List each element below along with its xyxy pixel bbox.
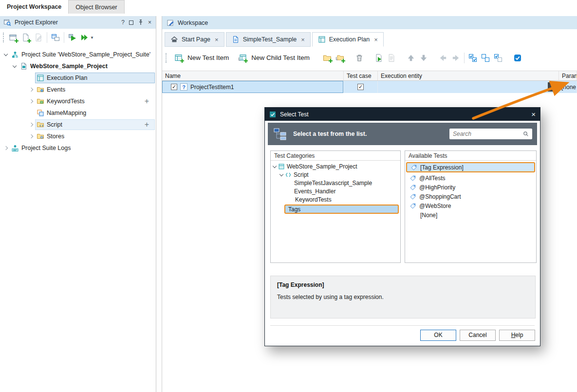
- run-selected-button[interactable]: [372, 51, 385, 65]
- maximize-icon[interactable]: [129, 20, 133, 25]
- add-project-item-button[interactable]: [19, 31, 32, 44]
- plus-badge-icon: [243, 58, 248, 63]
- available-test-webstore[interactable]: @WebStore: [405, 201, 536, 210]
- new-test-item-button[interactable]: New Test Item: [169, 50, 233, 66]
- toolbar-grip[interactable]: [3, 33, 4, 42]
- move-left-button[interactable]: [437, 51, 449, 65]
- chevron-right-icon[interactable]: [29, 88, 33, 92]
- doc-tab-execution-plan[interactable]: Execution Plan ×: [312, 32, 384, 47]
- available-test-shoppingcart[interactable]: @ShoppingCart: [405, 192, 536, 201]
- available-test-tag-expression[interactable]: [Tag Expression]: [406, 162, 535, 172]
- search-input[interactable]: [453, 131, 521, 137]
- run-project-suite-icon: [80, 33, 89, 42]
- tree-item-script[interactable]: Script +: [0, 119, 156, 131]
- tab-project-workspace[interactable]: Project Workspace: [0, 0, 68, 14]
- tree-item-project[interactable]: WebStore_Sample_Project: [0, 60, 156, 72]
- category-label: Tags: [288, 206, 300, 213]
- test-case-checkbox[interactable]: ✓: [357, 84, 364, 90]
- add-keywordtest-button[interactable]: +: [145, 97, 152, 105]
- new-child-folder-button[interactable]: [334, 51, 346, 65]
- move-down-button[interactable]: [417, 51, 430, 65]
- close-icon[interactable]: ×: [531, 111, 536, 118]
- move-right-icon: [451, 54, 460, 62]
- new-child-test-item-button[interactable]: New Child Test Item: [233, 50, 314, 66]
- chevron-right-icon[interactable]: [4, 146, 8, 150]
- test-item-row[interactable]: ✓ ? ProjectTestItem1 ✓ … [none: [162, 81, 577, 93]
- tree-item-label: Execution Plan: [47, 75, 87, 81]
- close-tab-icon[interactable]: ×: [374, 36, 378, 43]
- run-project-button[interactable]: [66, 31, 79, 44]
- doc-tab-start-page[interactable]: Start Page ×: [165, 32, 224, 47]
- category-item-events-handler[interactable]: Events_Handler: [271, 187, 400, 195]
- chevron-down-icon[interactable]: [4, 52, 8, 56]
- uncheck-all-button[interactable]: [479, 51, 492, 65]
- help-button[interactable]: Help: [499, 330, 535, 341]
- category-item-script[interactable]: Script: [271, 170, 400, 179]
- document-tab-bar: Start Page × SimpleTest_Sample × Executi…: [162, 32, 577, 47]
- close-tab-icon[interactable]: ×: [215, 36, 219, 43]
- namemapping-icon: [37, 109, 44, 117]
- tree-item-label: KeywordTests: [47, 98, 85, 105]
- available-test-highpriority[interactable]: @HighPriority: [405, 183, 536, 192]
- category-item-tags[interactable]: Tags: [284, 205, 399, 214]
- enable-all-button[interactable]: [511, 51, 524, 65]
- check-all-button[interactable]: [466, 51, 479, 65]
- pin-icon[interactable]: [138, 19, 144, 25]
- tree-item-execution-plan[interactable]: Execution Plan: [0, 72, 156, 84]
- tree-item-events[interactable]: Events: [0, 84, 156, 95]
- row-enabled-checkbox[interactable]: ✓: [171, 84, 177, 90]
- cell-parameters[interactable]: [none: [559, 81, 577, 93]
- available-test-none[interactable]: [None]: [405, 210, 536, 220]
- category-item-project[interactable]: WebStore_Sample_Project: [271, 162, 400, 170]
- chevron-right-icon[interactable]: [29, 99, 33, 103]
- column-header-name[interactable]: Name: [162, 71, 344, 80]
- ok-button[interactable]: OK: [420, 330, 456, 341]
- dialog-titlebar[interactable]: Select Test ×: [265, 108, 540, 121]
- tree-item-label: Events: [47, 86, 65, 93]
- tree-item-stores[interactable]: Stores: [0, 131, 156, 142]
- cell-execution-entity[interactable]: …: [378, 81, 559, 93]
- close-tab-icon[interactable]: ×: [301, 36, 305, 43]
- move-right-button[interactable]: [449, 51, 462, 65]
- add-script-button[interactable]: +: [145, 121, 152, 129]
- cancel-button[interactable]: Cancel: [460, 330, 496, 341]
- tree-item-project-suite[interactable]: Project Suite 'WebStore_Sample_Project_S…: [0, 49, 156, 60]
- move-up-button[interactable]: [405, 51, 417, 65]
- invert-check-button[interactable]: [492, 51, 504, 65]
- column-header-test-case[interactable]: Test case: [344, 71, 378, 80]
- script-folder-icon: [37, 121, 44, 129]
- chevron-down-icon[interactable]: [279, 172, 283, 176]
- tree-item-project-suite-logs[interactable]: Project Suite Logs: [0, 142, 156, 154]
- category-item-simpletest[interactable]: SimpleTestJavascript_Sample: [271, 179, 400, 187]
- close-icon[interactable]: ×: [148, 19, 151, 26]
- available-test-label: @WebStore: [419, 203, 451, 209]
- tab-object-browser[interactable]: Object Browser: [68, 0, 124, 14]
- chevron-right-icon[interactable]: [29, 134, 33, 138]
- new-folder-button[interactable]: [321, 51, 334, 65]
- available-test-label: @HighPriority: [419, 184, 455, 191]
- edit-item-button[interactable]: [32, 31, 45, 44]
- tree-item-keywordtests[interactable]: KeywordTests +: [0, 95, 156, 107]
- column-header-execution-entity[interactable]: Execution entity: [378, 71, 559, 80]
- available-tests-list: [Tag Expression] @AllTests @HighPriority…: [405, 161, 536, 220]
- category-item-keywordtests[interactable]: KeywordTests: [271, 195, 400, 204]
- select-test-dialog: Select Test × Select a test from the lis…: [264, 107, 540, 346]
- toolbar-grip[interactable]: [166, 53, 167, 63]
- execution-plan-icon: [37, 74, 44, 82]
- run-project-suite-button[interactable]: ▼: [79, 31, 95, 44]
- chevron-down-icon[interactable]: [13, 64, 17, 68]
- help-icon[interactable]: ?: [121, 19, 125, 26]
- search-icon[interactable]: [523, 131, 529, 137]
- tree-item-namemapping[interactable]: NameMapping: [0, 107, 156, 119]
- browse-test-button[interactable]: …: [548, 82, 558, 92]
- delete-button[interactable]: [353, 51, 366, 65]
- report-button[interactable]: [385, 51, 398, 65]
- add-project-suite-button[interactable]: [7, 31, 19, 44]
- doc-tab-simpletest-sample[interactable]: SimpleTest_Sample ×: [226, 32, 311, 47]
- test-categories-box: Test Categories WebStore_Sample_Project …: [270, 150, 401, 263]
- chevron-right-icon[interactable]: [29, 123, 33, 127]
- organize-tests-button[interactable]: [49, 31, 62, 44]
- chevron-down-icon[interactable]: [273, 164, 277, 168]
- column-header-parameters[interactable]: Param: [559, 71, 577, 80]
- available-test-alltests[interactable]: @AllTests: [405, 173, 536, 183]
